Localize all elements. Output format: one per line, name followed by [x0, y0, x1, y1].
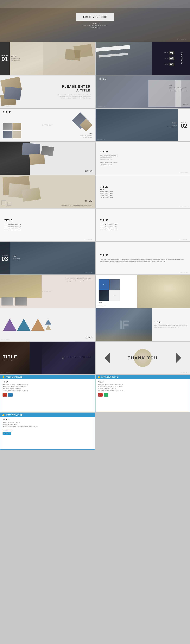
announce3-body: 버전 공지 현재 파워포인트 버전 : PPT 2016 최적화 버전 : PP…	[0, 417, 95, 450]
ch02-title: TITLE	[168, 122, 177, 124]
chapter01-title: TITLE	[11, 56, 20, 57]
watermark-ch02: PPTAKOUT	[97, 139, 106, 140]
flower-text-area: TITLE TITLE TITLE	[96, 275, 137, 308]
announce3-link-area: www.ppttakout.com	[2, 430, 92, 431]
triangles-title: TITLE	[86, 337, 92, 339]
tl3-item2: PLEASE ENTER A TITLE	[100, 226, 186, 227]
contents-label: Contents	[181, 52, 183, 65]
ch03-badge: CHAPTER 03	[0, 242, 10, 274]
watermark-ty: PPTAKOUT	[180, 372, 188, 373]
title-slide: Enter your title The input text You are …	[0, 0, 190, 42]
please-enter-slide: PLEASE ENTER A TITLE Please enter a titl…	[0, 76, 95, 108]
tl-item3: PLEASE ENTER A TITLE	[100, 159, 186, 160]
announce2-slide: 🔔 PPTTAKOUT 공지사항 이용공지 PPTtakout에서 무료로 배포…	[96, 375, 190, 412]
tb-item1: PLEASE ENTER A TITLE	[100, 191, 186, 192]
watermark-tm: PPTAKOUT	[2, 372, 10, 373]
announce2-body-text: PPTtakout에서 무료로 배포하는 PPT 파일입니다. 본 파일은 개인…	[98, 384, 188, 392]
announce2-icons: PPT X	[98, 393, 188, 396]
watermark-bt: PPTAKOUT	[180, 272, 188, 273]
tm-body: Please enter a titleand input the relate…	[62, 356, 92, 360]
title-body-slide: TITLE TITLE PLEASE ENTER A TITLE PLEASE …	[96, 175, 190, 208]
watermark-tl2: PPTAKOUT	[85, 239, 94, 240]
triangles-area	[3, 319, 51, 330]
watermark-tl3: PPTAKOUT	[180, 239, 188, 240]
announce1-header-text: PPTTAKOUT 공지사항	[6, 376, 22, 378]
ch03-content: TITLE input the related description word…	[12, 255, 21, 261]
watermark-tri: PPTAKOUT	[2, 338, 10, 340]
city-slide-text: TITLE and input the related description …	[169, 84, 187, 92]
watermark-tb: PPTAKOUT	[180, 206, 188, 207]
announce1-icons: PPT W	[2, 393, 92, 396]
tb-item3: PLEASE ENTER A TITLE	[100, 195, 186, 196]
paris-text: Please enter a title and input the relat…	[61, 205, 92, 206]
word-icon: W	[8, 393, 12, 396]
tl3-items: PLEASE ENTER A TITLE PLEASE ENTER A TITL…	[100, 224, 186, 231]
tl2-items: PLEASE ENTER A TITLE PLEASE ENTER A TITL…	[4, 224, 90, 231]
tl-item2: PLEASE ENTER A TITLE	[100, 157, 186, 158]
arrow-left	[104, 353, 110, 363]
announce3-slide: 🔔 PPTTAKOUT 공지사항 버전 공지 현재 파워포인트 버전 : PPT…	[0, 412, 95, 450]
tl-items: TITLE: PLEASE ENTER A TITLE PLEASE ENTER…	[100, 155, 186, 166]
chapter01-slide: CHAPTER 01 TITLE input the related descr…	[0, 42, 95, 75]
contents-panel: Contents TITLE 01 TITLE 02 TITLE 03	[152, 42, 190, 75]
tb-item4: PLEASE ENTER A TITLE	[100, 196, 186, 198]
watermark-woman: PPTAKOUT	[2, 172, 10, 174]
bt-title: TITLE	[100, 254, 186, 257]
paris-title: TITLE	[85, 200, 92, 202]
city-diag-photo: IF	[96, 308, 152, 341]
ch02-num: 02	[181, 123, 188, 128]
tl-item4: TITLE: PLEASE ENTER A TITLE	[100, 162, 186, 163]
announce1-header: 🔔 PPTTAKOUT 공지사항	[0, 375, 95, 379]
please-body: Please enter a titleand input the relate…	[58, 94, 90, 99]
announce2-header: 🔔 PPTTAKOUT 공지사항	[96, 375, 190, 379]
tl3-item4: PLEASE ENTER A TITLE	[100, 229, 186, 231]
announce3-link[interactable]: www.ppttakout.com	[2, 430, 92, 431]
tp-photos	[3, 123, 22, 138]
tb-items: PLEASE ENTER A TITLE PLEASE ENTER A TITL…	[100, 191, 186, 198]
tl2-item2: PLEASE ENTER A TITLE	[4, 226, 90, 227]
announce3-header: 🔔 PPTTAKOUT 공지사항	[0, 413, 95, 417]
tl-item6: PLEASE ENTER A TITLE	[100, 166, 186, 166]
watermark-building: PPTAKOUT	[42, 291, 53, 292]
chapter-badge: CHAPTER 01	[0, 42, 10, 75]
announce3-button[interactable]: 방문하기	[2, 432, 11, 435]
city-photo-slide: TITLE TITLE and input the related descri…	[96, 76, 190, 108]
announce3-header-text: PPTTAKOUT 공지사항	[6, 414, 22, 416]
tl2-title: TITLE	[4, 219, 90, 222]
announce1-body-text: PPTtakout에서 무료로 배포하는 PPT 파일입니다. 본 파일은 개인…	[2, 384, 92, 392]
blank-slide	[96, 412, 190, 450]
watermark-ch03: PPTAKOUT	[85, 272, 94, 273]
paris-slide: Please enter a title and input the relat…	[0, 175, 95, 208]
ppt-icon: PPT	[2, 393, 7, 396]
body-text-slide: TITLE Please enter a titleand input the …	[96, 242, 190, 274]
title-main-slide: TITLE SUBTITLE Please enter a titleand i…	[0, 342, 95, 374]
subtitle-area: The input text You are the whole, the mo…	[82, 22, 108, 28]
title-list-slide: TITLE TITLE: PLEASE ENTER A TITLE PLEASE…	[96, 142, 190, 175]
ch02-badge: CHAPTER 02	[178, 109, 190, 142]
building-text-slide: Please enter a titleand input the relate…	[0, 275, 95, 308]
bt-body: Please enter a titleand input the relate…	[100, 258, 186, 262]
ch03-desc: input the related description words	[12, 258, 21, 261]
chapter01-content: TITLE input the related description word…	[11, 56, 20, 62]
please-heading: PLEASE ENTER	[58, 85, 90, 88]
tl2-item3: PLEASE ENTER A TITLE	[4, 228, 90, 229]
watermark-tp: PPTAKOUT	[42, 124, 53, 126]
flower-label: TITLE	[98, 302, 134, 304]
tm-text: TITLE SUBTITLE	[3, 355, 18, 361]
announce1-title: 이용공지	[2, 381, 92, 383]
watermark: PPTAKOUT	[178, 38, 187, 40]
title-list2-slide: TITLE PLEASE ENTER A TITLE PLEASE ENTER …	[0, 208, 95, 241]
tl2-item4: PLEASE ENTER A TITLE	[4, 229, 90, 231]
watermark-cd: PPTAKOUT	[97, 338, 106, 340]
woman-title: TITLE	[85, 170, 92, 172]
announce3-body-text: 현재 파워포인트 버전 : PPT 2016 최적화 버전 : PPT 2013…	[2, 422, 92, 428]
announce3-title: 버전 공지	[2, 418, 92, 420]
sub2: You are the whole, the more my heart	[82, 24, 108, 26]
chapter01-desc: input the related description words	[11, 58, 20, 62]
contents-item3-label: TITLE	[164, 64, 168, 65]
contents-item-2: TITLE 02	[164, 57, 174, 60]
title-photo-slide: TITLE TITLE PLEASE ENTER A TITLE PLEASE …	[0, 109, 95, 142]
contents-item-3: TITLE 03	[164, 63, 174, 66]
announce2-body: 이용공지 PPTtakout에서 무료로 배포하는 PPT 파일입니다. 본 파…	[96, 379, 190, 412]
contents-item1-num: 01	[169, 51, 174, 54]
